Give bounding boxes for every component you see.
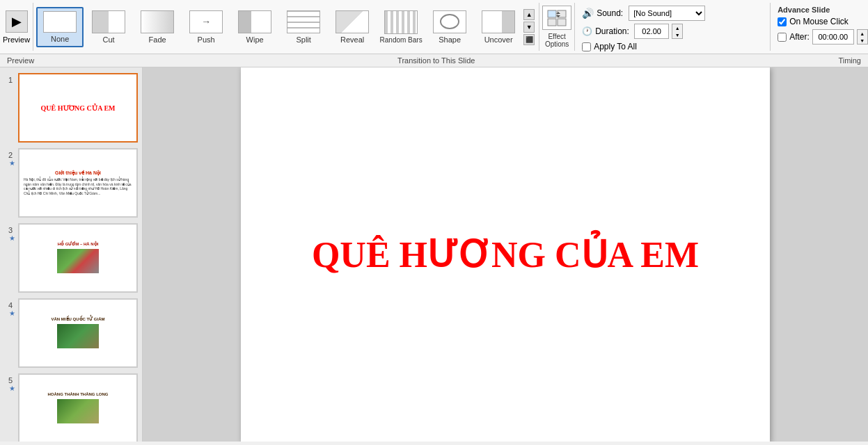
cut-icon — [92, 10, 125, 33]
slide-4-title: VĂN MIẾU QUỐC TỬ GIÁM — [52, 316, 105, 321]
on-mouse-click-label[interactable]: On Mouse Click — [789, 17, 849, 26]
random-bars-icon — [384, 10, 418, 34]
transition-uncover[interactable]: Uncover — [475, 7, 522, 47]
transition-fade[interactable]: Fade — [134, 7, 181, 47]
slide-5-content: HOÀNG THÀNH THĂNG LONG — [19, 375, 136, 442]
duration-input[interactable] — [634, 24, 669, 39]
slide-item-4[interactable]: 4 ★ VĂN MIẾU QUỐC TỬ GIÁM — [4, 298, 138, 368]
after-input[interactable] — [812, 29, 854, 44]
on-mouse-click-checkbox[interactable] — [778, 17, 787, 26]
transitions-row: None Cut Fade Push — [33, 3, 539, 51]
after-up[interactable]: ▲ — [858, 30, 867, 37]
clock-icon: 🕐 — [582, 26, 592, 36]
reveal-icon — [336, 10, 369, 33]
transition-shape[interactable]: Shape — [426, 7, 473, 47]
slide-num-col-3: 3 ★ — [4, 223, 15, 241]
slide-num-col-4: 4 ★ — [4, 298, 15, 316]
slide-4-content: VĂN MIẾU QUỐC TỬ GIÁM — [19, 300, 136, 366]
slide-num-col-2: 2 ★ — [4, 148, 15, 166]
transition-random-bars[interactable]: Random Bars — [377, 7, 425, 47]
after-label[interactable]: After: — [789, 32, 810, 42]
slide-num-col-1: 1 — [4, 73, 15, 91]
duration-label: Duration: — [595, 26, 631, 36]
slide-number-1: 1 — [0, 76, 13, 84]
reveal-label: Reveal — [340, 35, 364, 44]
slide-number-3: 3 — [0, 226, 13, 234]
apply-to-all-checkbox[interactable] — [582, 42, 591, 51]
slide-item-3[interactable]: 3 ★ HỒ GƯƠM – HÀ NỘI — [4, 223, 138, 293]
scroll-more-arrow[interactable]: ⬛ — [523, 34, 535, 45]
transition-reveal[interactable]: Reveal — [329, 7, 376, 47]
preview-button[interactable]: ▶ Preview — [0, 3, 33, 51]
main-area: 1 QUÊ HƯƠNG CỦA EM 2 ★ Giới thiệu về Hà … — [0, 67, 868, 442]
slide-thumb-3[interactable]: HỒ GƯƠM – HÀ NỘI — [18, 223, 138, 293]
fade-icon — [141, 10, 174, 33]
cut-label: Cut — [103, 35, 115, 44]
duration-spinner: ▲ ▼ — [672, 24, 683, 39]
shape-icon — [433, 10, 466, 33]
sound-select[interactable]: No Sound [No Sound] — [629, 6, 705, 21]
split-icon — [287, 10, 320, 33]
shape-label: Shape — [439, 35, 461, 44]
fade-label: Fade — [149, 35, 166, 44]
slide-number-4: 4 — [0, 301, 13, 309]
scroll-arrows: ▲ ▼ ⬛ — [523, 8, 536, 46]
main-slide-title: QUÊ HƯƠNG CỦA EM — [312, 234, 699, 275]
uncover-icon — [482, 10, 515, 33]
advance-slide-title: Advance Slide — [778, 6, 868, 14]
slide-star-3: ★ — [9, 234, 15, 241]
push-icon — [189, 10, 223, 33]
transition-push[interactable]: Push — [182, 7, 230, 47]
svg-rect-3 — [558, 19, 566, 26]
uncover-label: Uncover — [484, 35, 513, 44]
slide-number-5: 5 — [0, 376, 13, 385]
sound-label: Sound: — [597, 8, 626, 18]
after-checkbox[interactable] — [778, 33, 787, 42]
slide-number-2: 2 — [0, 151, 13, 159]
timing-section: 🔊 Sound: No Sound [No Sound] 🕐 Duration:… — [575, 3, 770, 51]
svg-rect-2 — [548, 19, 556, 26]
slide-item-1[interactable]: 1 QUÊ HƯƠNG CỦA EM — [4, 73, 138, 143]
transition-split[interactable]: Split — [280, 7, 327, 47]
slide-1-content: QUÊ HƯƠNG CỦA EM — [19, 74, 136, 141]
scroll-down-arrow[interactable]: ▼ — [523, 22, 535, 33]
toolbar: ▶ Preview None Cut Fade — [0, 0, 868, 54]
slide-star-5: ★ — [9, 385, 15, 391]
slide-2-content: Giới thiệu về Hà Nội Hà Nội, thủ đô của … — [19, 149, 136, 216]
transition-none[interactable]: None — [36, 7, 84, 47]
slide-5-title: HOÀNG THÀNH THĂNG LONG — [48, 392, 109, 396]
slide-thumb-5[interactable]: HOÀNG THÀNH THĂNG LONG — [18, 373, 138, 442]
slide-canvas[interactable]: QUÊ HƯƠNG CỦA EM — [241, 67, 770, 442]
slide-thumb-1[interactable]: QUÊ HƯƠNG CỦA EM — [18, 73, 138, 143]
slide-star-4: ★ — [9, 309, 15, 316]
slide-3-content: HỒ GƯƠM – HÀ NỘI — [19, 225, 136, 291]
preview-label: Preview — [3, 35, 30, 44]
slide-star-2: ★ — [9, 159, 15, 166]
transition-wipe[interactable]: Wipe — [231, 7, 278, 47]
slide-item-2[interactable]: 2 ★ Giới thiệu về Hà Nội Hà Nội, thủ đô … — [4, 148, 138, 218]
effect-options-icon — [542, 6, 571, 30]
preview-icon: ▶ — [6, 10, 28, 33]
statusbar-preview: Preview — [7, 56, 34, 65]
duration-row: 🕐 Duration: ▲ ▼ — [582, 24, 763, 39]
slide-thumb-2[interactable]: Giới thiệu về Hà Nội Hà Nội, thủ đô của … — [18, 148, 138, 218]
transition-cut[interactable]: Cut — [85, 7, 132, 47]
split-label: Split — [296, 35, 310, 44]
slide-1-title: QUÊ HƯƠNG CỦA EM — [40, 104, 115, 112]
duration-down[interactable]: ▼ — [672, 31, 682, 38]
after-row: After: ▲ ▼ — [778, 29, 868, 44]
none-icon — [43, 11, 77, 33]
sound-row: 🔊 Sound: No Sound [No Sound] — [582, 6, 763, 21]
slide-thumb-4[interactable]: VĂN MIẾU QUỐC TỬ GIÁM — [18, 298, 138, 368]
none-label: None — [51, 35, 69, 43]
slide-item-5[interactable]: 5 ★ HOÀNG THÀNH THĂNG LONG — [4, 373, 138, 442]
effect-options-button[interactable]: EffectOptions — [539, 3, 575, 51]
scroll-up-arrow[interactable]: ▲ — [523, 9, 535, 20]
apply-to-row: Apply To All — [582, 42, 763, 51]
apply-to-all-label[interactable]: Apply To All — [594, 42, 637, 51]
duration-up[interactable]: ▲ — [672, 24, 682, 31]
transition-items: None Cut Fade Push — [36, 7, 522, 47]
slide-4-image — [57, 324, 99, 348]
after-down[interactable]: ▼ — [858, 37, 867, 44]
wipe-label: Wipe — [246, 35, 264, 44]
